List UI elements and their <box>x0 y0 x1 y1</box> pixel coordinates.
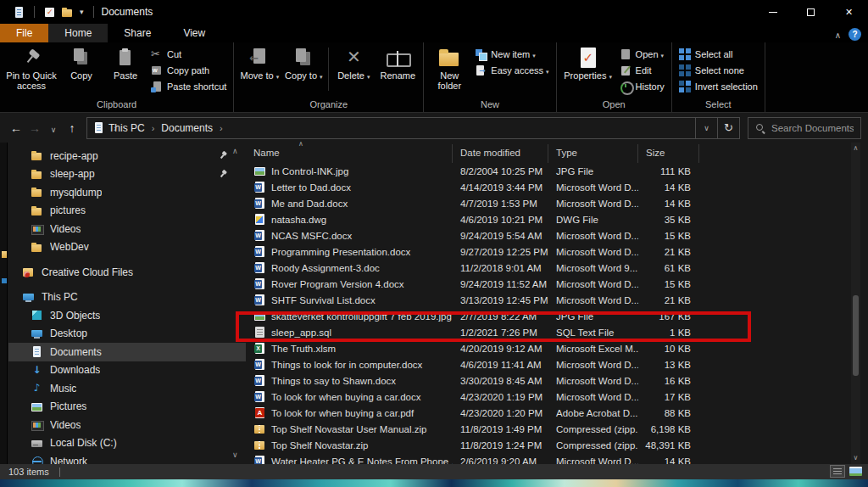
title-bar: ▾ Documents <box>0 0 868 24</box>
sidebar-item[interactable]: Downloads <box>8 361 246 380</box>
file-name: Things to look for in computer.docx <box>271 360 422 370</box>
qat-customize-dropdown-icon[interactable]: ▾ <box>80 8 84 16</box>
sidebar-item[interactable]: Local Disk (C:) <box>8 434 246 453</box>
maximize-button[interactable] <box>792 0 830 24</box>
search-input[interactable] <box>771 123 854 133</box>
move-to-button[interactable]: Move to <box>237 42 281 99</box>
file-row[interactable]: NCAS MSFC.docx 9/24/2019 5:54 AM Microso… <box>246 227 851 244</box>
scroll-up-icon[interactable] <box>851 143 860 154</box>
window-controls <box>754 0 868 24</box>
sidebar-item[interactable]: Documents <box>8 343 246 361</box>
file-row[interactable]: To look for when buying a car.pdf 4/23/2… <box>246 405 851 421</box>
ribbon-tab[interactable]: View <box>167 24 221 42</box>
cut-button[interactable]: Cut <box>147 46 230 62</box>
search-box[interactable] <box>748 117 861 139</box>
sidebar-scroll-up-icon[interactable]: ∧ <box>232 147 238 155</box>
help-icon[interactable] <box>849 28 861 41</box>
delete-button[interactable]: Delete <box>331 42 376 99</box>
file-row[interactable]: natasha.dwg 4/6/2019 10:21 PM DWG File 3… <box>246 211 851 227</box>
sidebar-item[interactable]: recipe-app <box>8 147 246 165</box>
sidebar-item[interactable]: Pictures <box>8 398 246 417</box>
pin-to-quick-access-button[interactable]: Pin to Quick access <box>3 42 59 99</box>
breadcrumb-item[interactable]: This PC <box>108 122 161 134</box>
column-header-type[interactable]: Type <box>548 144 638 163</box>
sidebar-item[interactable]: Creative Cloud Files <box>8 263 246 282</box>
breadcrumb-item[interactable]: Documents <box>161 122 229 134</box>
sidebar-item[interactable]: sleep-app <box>8 165 246 184</box>
new-item-button[interactable]: New item <box>471 46 552 62</box>
copy-button[interactable]: Copy <box>59 42 103 99</box>
easy-access-button[interactable]: Easy access <box>471 62 552 78</box>
refresh-icon[interactable] <box>718 117 740 139</box>
sidebar-item[interactable]: WebDev <box>8 238 246 257</box>
address-breadcrumb[interactable]: This PCDocuments <box>86 117 696 139</box>
scroll-down-icon[interactable] <box>851 452 860 464</box>
up-icon[interactable] <box>63 121 81 135</box>
select-none-button[interactable]: Select none <box>676 62 761 78</box>
address-dropdown-icon[interactable] <box>696 117 718 139</box>
ribbon-tab[interactable]: Share <box>108 24 167 42</box>
details-view-icon[interactable] <box>830 465 845 478</box>
sidebar-item-icon <box>31 364 43 377</box>
column-header-size[interactable]: Size <box>638 144 699 163</box>
qat-properties-icon[interactable] <box>43 6 56 19</box>
file-row[interactable]: Rover Program Version 4.docx 9/24/2019 1… <box>246 276 851 292</box>
history-button[interactable]: History <box>616 78 668 94</box>
ribbon-tab[interactable]: Home <box>48 24 108 42</box>
file-row[interactable]: Things to say to Shawn.docx 3/30/2019 8:… <box>246 372 851 389</box>
file-name: In Control-INK.jpg <box>271 166 348 176</box>
file-name: The Truth.xlsm <box>271 344 336 354</box>
file-type-icon <box>253 406 266 419</box>
file-row[interactable]: Roody Assignment-3.doc 11/2/2018 9:01 AM… <box>246 260 851 276</box>
open-button[interactable]: Open <box>616 46 668 62</box>
invert-selection-button[interactable]: Invert selection <box>676 78 761 94</box>
large-icons-view-icon[interactable] <box>849 465 864 478</box>
file-row[interactable]: SHTF Survival List.docx 3/13/2019 12:45 … <box>246 292 851 308</box>
sidebar-item[interactable]: This PC <box>8 288 246 307</box>
paste-button[interactable]: Paste <box>103 42 147 99</box>
sidebar-item[interactable]: Videos <box>8 416 246 434</box>
file-row[interactable]: Me and Dad.docx 4/7/2019 1:53 PM Microso… <box>246 195 851 211</box>
file-row[interactable]: Things to look for in computer.docx 4/6/… <box>246 356 851 372</box>
file-row[interactable]: Letter to Dad.docx 4/14/2019 3:44 PM Mic… <box>246 179 851 195</box>
file-row[interactable]: In Control-INK.jpg 8/2/2004 10:25 PM JPG… <box>246 163 851 179</box>
copy-path-button[interactable]: Copy path <box>147 62 230 78</box>
sidebar-item[interactable]: pictures <box>8 202 246 221</box>
file-row[interactable]: sleep_app.sql 1/2/2021 7:26 PM SQL Text … <box>246 324 851 340</box>
back-icon[interactable] <box>7 121 25 135</box>
ribbon-tab[interactable]: File <box>0 24 48 42</box>
scrollbar-thumb[interactable] <box>853 295 859 376</box>
button-label: Select none <box>695 65 744 76</box>
collapse-ribbon-icon[interactable] <box>835 26 841 42</box>
edit-button[interactable]: Edit <box>616 62 668 78</box>
properties-button[interactable]: Properties <box>560 42 616 99</box>
file-row[interactable]: Programming Presentation.docx 9/27/2019 … <box>246 244 851 260</box>
rename-button[interactable]: Rename <box>376 42 420 99</box>
select-all-button[interactable]: Select all <box>676 46 761 62</box>
sidebar-item[interactable]: mysqldump <box>8 183 246 202</box>
file-row[interactable]: To look for when buying a car.docx 4/23/… <box>246 389 851 405</box>
forward-icon[interactable] <box>25 121 44 135</box>
minimize-button[interactable] <box>754 0 792 24</box>
qat-new-folder-icon[interactable] <box>61 6 74 19</box>
sidebar-item[interactable]: Desktop <box>8 325 246 344</box>
column-header-date-modified[interactable]: Date modified <box>453 144 548 163</box>
sidebar-scroll-down-icon[interactable]: ∨ <box>232 451 238 459</box>
recent-locations-dropdown-icon[interactable] <box>44 121 63 135</box>
file-row[interactable]: Water Heater PG & E Notes From Phone ...… <box>246 453 851 464</box>
button-label: History <box>636 81 665 92</box>
sidebar-item[interactable]: Network <box>8 452 246 464</box>
file-row[interactable]: Top Shelf Novastar.zip 11/8/2019 1:24 PM… <box>246 437 851 453</box>
file-row[interactable]: The Truth.xlsm 4/20/2019 9:12 AM Microso… <box>246 340 851 356</box>
close-button[interactable] <box>830 0 868 24</box>
sidebar-item[interactable]: Videos <box>8 220 246 238</box>
file-row[interactable]: Top Shelf Novastar User Manual.zip 11/8/… <box>246 421 851 437</box>
paste-shortcut-button[interactable]: Paste shortcut <box>147 78 230 94</box>
sidebar-item[interactable]: Music <box>8 379 246 398</box>
column-header-name[interactable]: Name <box>246 144 453 163</box>
file-row[interactable]: skatteverket kontrolluppgift 7 feb 2019.… <box>246 308 851 324</box>
copy-to-button[interactable]: Copy to <box>281 42 326 99</box>
sidebar-item[interactable]: 3D Objects <box>8 306 246 325</box>
file-list-scrollbar[interactable] <box>851 143 860 464</box>
new-folder-button[interactable]: New folder <box>427 42 471 99</box>
